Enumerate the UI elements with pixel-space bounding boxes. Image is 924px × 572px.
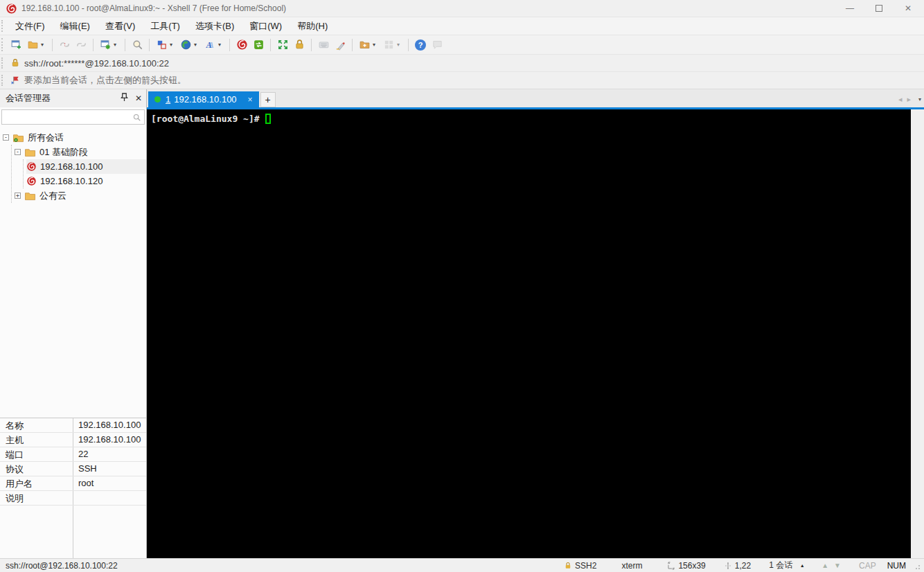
tab-session-100[interactable]: 1 192.168.10.100 ×: [148, 91, 259, 107]
virtual-keyboard-button[interactable]: [315, 37, 332, 53]
tab-list-caret-icon[interactable]: ▾: [918, 96, 921, 102]
disconnect-button[interactable]: [56, 37, 73, 53]
disconnect-icon: [59, 39, 71, 51]
caps-lock-indicator: CAP: [859, 561, 876, 571]
addressbar-gripper[interactable]: [1, 57, 6, 69]
tab-label: 192.168.10.100: [174, 94, 236, 105]
highlighter-button[interactable]: [332, 37, 348, 53]
status-term-type[interactable]: xterm: [621, 561, 642, 571]
tree-item-all-sessions[interactable]: - 所有会话: [3, 130, 146, 145]
xftp-icon: [253, 39, 265, 51]
menu-tools[interactable]: 工具(T): [143, 17, 188, 35]
collapse-icon[interactable]: -: [15, 149, 21, 155]
address-input[interactable]: ssh://root:******@192.168.10.100:22: [24, 58, 169, 69]
session-manager-panel: 会话管理器 ✕ - 所有会话 -: [0, 89, 147, 558]
tree-label: 公有云: [39, 190, 66, 202]
web-browser-caret-icon[interactable]: ▾: [194, 42, 200, 48]
maximize-button[interactable]: [864, 1, 894, 16]
help-icon: ?: [415, 39, 426, 51]
tab-close-icon[interactable]: ×: [248, 95, 253, 105]
session-search-icon[interactable]: [132, 113, 141, 122]
property-value: 192.168.10.100: [73, 418, 146, 432]
tree-item-session-120[interactable]: 192.168.10.120: [26, 174, 146, 188]
terminal-wrap: [root@AlmaLinux9 ~]#: [147, 109, 924, 558]
new-file-transfer-caret-icon[interactable]: ▾: [373, 42, 379, 48]
lock-screen-icon: [294, 39, 305, 51]
status-cursor-position: 1,22: [724, 561, 751, 571]
status-session-count[interactable]: 1 会话 ▴: [769, 560, 803, 571]
tile-windows-caret-icon[interactable]: ▾: [397, 42, 403, 48]
terminal-screen[interactable]: [root@AlmaLinux9 ~]#: [147, 109, 911, 558]
tree-item-session-100[interactable]: 192.168.10.100: [26, 159, 146, 174]
menu-tabs[interactable]: 选项卡(B): [188, 17, 242, 35]
tree-children: 192.168.10.100 192.168.10.120: [23, 159, 146, 188]
expand-icon[interactable]: +: [15, 193, 21, 199]
tabbar-accent-line: [147, 107, 924, 109]
web-browser-button[interactable]: [177, 37, 194, 53]
tab-bar: 1 192.168.10.100 × + ◂ ▸ ▾: [147, 89, 924, 109]
session-properties-grid: 名称 192.168.10.100 主机 192.168.10.100 端口 2…: [0, 418, 146, 558]
toolbar-separator: [52, 39, 53, 51]
scroll-down-icon[interactable]: ▼: [834, 562, 841, 569]
tab-scroll-right-icon[interactable]: ▸: [907, 95, 911, 104]
reconnect-icon: [75, 39, 87, 51]
menu-help[interactable]: 帮助(H): [290, 17, 335, 35]
terminal-cursor: [265, 114, 271, 124]
folder-icon: [24, 148, 36, 157]
tile-windows-button[interactable]: [380, 37, 397, 53]
xftp-button[interactable]: [250, 37, 267, 53]
resize-grip[interactable]: [913, 562, 920, 569]
connected-status-icon: [154, 96, 161, 102]
pin-panel-button[interactable]: [121, 92, 128, 105]
find-button[interactable]: [129, 37, 145, 53]
new-file-transfer-button[interactable]: [356, 37, 373, 53]
minimize-button[interactable]: —: [835, 1, 864, 16]
tree-item-group-cloud[interactable]: + 公有云: [15, 188, 146, 203]
close-button[interactable]: ✕: [894, 1, 923, 16]
toolbar-gripper[interactable]: [1, 38, 6, 51]
session-properties-caret-icon[interactable]: ▾: [114, 42, 120, 48]
compose-layout-caret-icon[interactable]: ▾: [170, 42, 176, 48]
tree-item-group-basic[interactable]: - 01 基础阶段: [15, 145, 146, 159]
reconnect-button[interactable]: [73, 37, 89, 53]
folder-gear-icon: [12, 133, 24, 143]
session-properties-button[interactable]: [97, 37, 114, 53]
font-caret-icon[interactable]: ▾: [218, 42, 224, 48]
new-file-transfer-icon: [359, 39, 371, 51]
menu-view[interactable]: 查看(V): [98, 17, 143, 35]
chat-button[interactable]: [429, 37, 445, 53]
new-session-button[interactable]: [8, 37, 24, 53]
open-folder-caret-icon[interactable]: ▾: [41, 42, 47, 48]
lock-screen-button[interactable]: [291, 37, 308, 53]
highlighter-icon: [335, 39, 346, 51]
status-right: SSH2 xterm 156x39 1,22 1 会话 ▴ ▲ ▼ CAP NU…: [564, 560, 920, 571]
status-bar: ssh://root@192.168.10.100:22 SSH2 xterm …: [0, 558, 924, 572]
toolbar-separator: [311, 39, 312, 51]
compose-layout-button[interactable]: [153, 37, 170, 53]
terminal-scrollbar[interactable]: [911, 109, 924, 558]
open-folder-button[interactable]: [24, 37, 41, 53]
help-button[interactable]: ?: [412, 37, 429, 53]
menu-edit[interactable]: 编辑(E): [53, 17, 98, 35]
xshell-button[interactable]: [233, 37, 250, 53]
scroll-up-icon[interactable]: ▲: [821, 562, 828, 569]
close-panel-button[interactable]: ✕: [135, 93, 142, 103]
property-label: 说明: [0, 491, 73, 505]
collapse-icon[interactable]: -: [3, 134, 9, 141]
session-icon: [26, 161, 37, 172]
session-manager-header: 会话管理器 ✕: [0, 89, 146, 107]
noticebar-gripper[interactable]: [1, 75, 6, 86]
property-label: 主机: [0, 433, 73, 447]
property-value: [73, 491, 146, 505]
session-search-input[interactable]: [2, 111, 132, 123]
tab-scroll-left-icon[interactable]: ◂: [898, 95, 903, 104]
menu-file[interactable]: 文件(F): [8, 17, 53, 35]
property-row-protocol: 协议 SSH: [0, 462, 146, 476]
font-button[interactable]: AA: [202, 37, 218, 53]
session-manager-title: 会话管理器: [6, 92, 51, 105]
property-label: 用户名: [0, 476, 73, 490]
menubar-gripper[interactable]: [1, 20, 6, 32]
fullscreen-button[interactable]: [274, 37, 291, 53]
menu-window[interactable]: 窗口(W): [242, 17, 290, 35]
new-tab-button[interactable]: +: [260, 92, 276, 107]
